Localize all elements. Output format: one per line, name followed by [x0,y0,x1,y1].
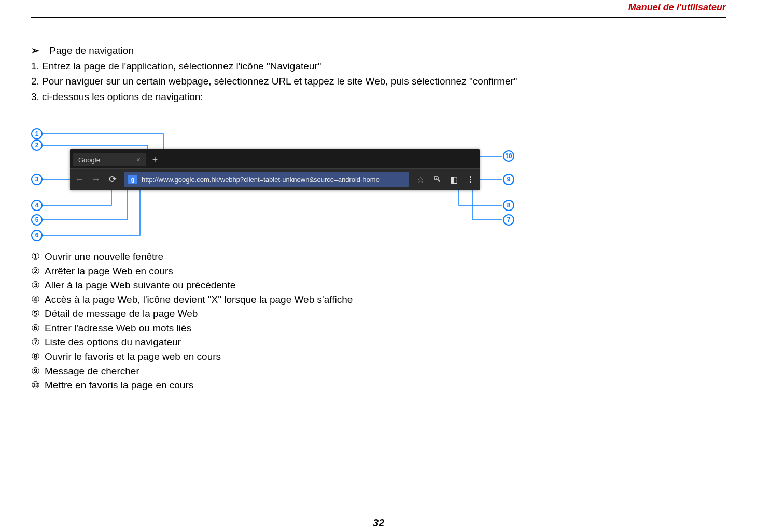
legend-text: Aller à la page Web suivante ou précéden… [45,279,235,290]
legend-item: ⑨Message de chercher [31,364,726,379]
legend-item: ②Arrêter la page Web en cours [31,264,726,278]
callout-5: 5 [31,214,43,226]
callout-9: 9 [503,174,514,185]
legend-text: Message de chercher [45,366,139,376]
tab-strip: Google × + [70,149,480,168]
section-heading: Page de navigation [49,45,134,56]
legend-item: ⑤Détail de message de la page Web [31,306,726,321]
callout-3: 3 [31,174,43,185]
instruction-step: 1. Entrez la page de l'application, séle… [31,59,726,74]
close-tab-icon[interactable]: × [136,156,141,164]
legend-text: Mettre en favoris la page en cours [45,380,193,390]
legend-mark: ⑨ [31,364,45,379]
legend-mark: ⑤ [31,306,45,321]
legend-item: ①Ouvrir une nouvelle fenêtre [31,249,726,264]
callout-2: 2 [31,139,43,151]
instruction-step: 3. ci-dessous les options de navigation: [31,90,726,104]
legend-mark: ⑦ [31,335,45,349]
chevron-right-icon: ➢ [31,44,47,58]
document-title: Manuel de l'utilisateur [628,2,726,13]
page: Manuel de l'utilisateur ➢ Page de naviga… [0,0,757,532]
legend-item: ⑦Liste des options du navigateur [31,335,726,349]
tab-label: Google [78,156,100,164]
header-rule [31,17,726,18]
legend-item: ⑧Ouvrir le favoris et la page web en cou… [31,349,726,364]
legend-text: Arrêter la page Web en cours [45,265,173,276]
legend-text: Ouvrir une nouvelle fenêtre [45,251,163,262]
page-number: 32 [0,517,757,529]
legend-item: ③Aller à la page Web suivante ou précéde… [31,278,726,292]
legend-mark: ④ [31,292,45,307]
legend-mark: ② [31,264,45,278]
legend-text: Entrer l'adresse Web ou mots liés [45,323,191,333]
content: ➢ Page de navigation 1. Entrez la page d… [31,44,726,393]
callout-7: 7 [503,214,514,226]
legend-item: ④Accès à la page Web, l'icône devient "X… [31,292,726,307]
legend: ①Ouvrir une nouvelle fenêtre ②Arrêter la… [31,249,726,392]
legend-item: ⑩Mettre en favoris la page en cours [31,378,726,393]
legend-text: Liste des options du navigateur [45,337,181,347]
header: Manuel de l'utilisateur [31,0,726,16]
legend-text: Accès à la page Web, l'icône devient "X"… [45,294,353,305]
legend-mark: ① [31,249,45,264]
callout-6: 6 [31,230,43,241]
legend-item: ⑥Entrer l'adresse Web ou mots liés [31,321,726,335]
legend-text: Ouvrir le favoris et la page web en cour… [45,351,221,362]
menu-icon[interactable] [465,176,475,183]
reload-button[interactable]: ⟳ [107,174,118,185]
new-tab-button[interactable]: + [149,153,161,166]
callout-1: 1 [31,128,43,139]
callout-8: 8 [503,200,514,211]
star-icon[interactable]: ☆ [415,175,426,185]
browser-diagram: 1 2 3 4 5 6 10 9 8 7 [31,122,550,241]
section-heading-line: ➢ Page de navigation [31,44,726,58]
bookmark-icon[interactable]: ◧ [448,175,459,185]
url-text: http://www.google.com.hk/webhp?client=ta… [142,176,405,184]
search-icon[interactable]: 🔍︎ [432,175,442,184]
back-button[interactable]: ← [74,174,85,185]
callout-10: 10 [503,150,514,162]
instruction-step: 2. Pour naviguer sur un certain webpage,… [31,74,726,89]
forward-button[interactable]: → [91,174,101,185]
legend-text: Détail de message de la page Web [45,308,198,319]
browser-tab[interactable]: Google × [73,153,146,166]
browser-toolbar: ← → ⟳ g http://www.google.com.hk/webhp?c… [70,168,480,190]
callout-4: 4 [31,200,43,211]
legend-mark: ⑩ [31,378,45,393]
site-badge-icon: g [128,175,137,184]
address-bar[interactable]: g http://www.google.com.hk/webhp?client=… [124,172,409,187]
legend-mark: ⑧ [31,349,45,364]
legend-mark: ⑥ [31,321,45,335]
legend-mark: ③ [31,278,45,292]
browser-window: Google × + ← → ⟳ g http://www.google.com… [70,149,480,190]
